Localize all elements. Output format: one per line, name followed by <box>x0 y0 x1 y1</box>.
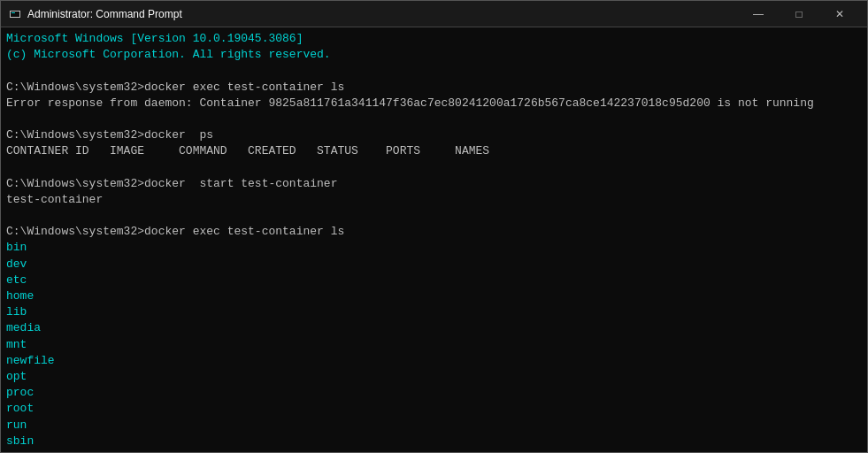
terminal-line: bin <box>6 240 862 256</box>
terminal-line: mnt <box>6 337 862 353</box>
svg-rect-2 <box>12 12 15 13</box>
minimize-button[interactable]: — <box>738 1 779 27</box>
terminal-line: C:\Windows\system32>docker ps <box>6 127 862 143</box>
titlebar: Administrator: Command Prompt — □ ✕ <box>1 1 867 27</box>
terminal-line: C:\Windows\system32>docker exec test-con… <box>6 80 862 96</box>
terminal-line: media <box>6 320 862 336</box>
terminal-line: Error response from daemon: Container 98… <box>6 96 862 111</box>
close-button[interactable]: ✕ <box>819 1 860 27</box>
terminal-line: C:\Windows\system32>docker exec test-con… <box>6 224 862 240</box>
terminal-output[interactable]: Microsoft Windows [Version 10.0.19045.30… <box>1 27 867 452</box>
terminal-line <box>6 111 862 127</box>
terminal-line <box>6 160 862 176</box>
terminal-line: sbin <box>6 434 862 449</box>
window-controls: — □ ✕ <box>738 1 860 27</box>
terminal-line: srv <box>6 449 862 452</box>
terminal-line: lib <box>6 304 862 320</box>
maximize-button[interactable]: □ <box>779 1 819 27</box>
terminal-line <box>6 208 862 224</box>
terminal-line: dev <box>6 257 862 273</box>
cmd-window: Administrator: Command Prompt — □ ✕ Micr… <box>0 0 868 453</box>
terminal-line: home <box>6 288 862 304</box>
terminal-line: test-container <box>6 192 862 208</box>
terminal-line: Microsoft Windows [Version 10.0.19045.30… <box>6 31 862 47</box>
terminal-line: C:\Windows\system32>docker start test-co… <box>6 176 862 192</box>
svg-rect-1 <box>11 12 19 17</box>
terminal-line <box>6 63 862 79</box>
terminal-line: CONTAINER ID IMAGE COMMAND CREATED STATU… <box>6 143 862 159</box>
terminal-line: root <box>6 401 862 417</box>
terminal-line: opt <box>6 369 862 385</box>
terminal-line: proc <box>6 385 862 401</box>
terminal-line: newfile <box>6 353 862 369</box>
window-icon <box>8 7 22 21</box>
terminal-line: (c) Microsoft Corporation. All rights re… <box>6 47 862 63</box>
terminal-line: run <box>6 418 862 434</box>
window-title: Administrator: Command Prompt <box>27 8 738 20</box>
terminal-line: etc <box>6 273 862 288</box>
